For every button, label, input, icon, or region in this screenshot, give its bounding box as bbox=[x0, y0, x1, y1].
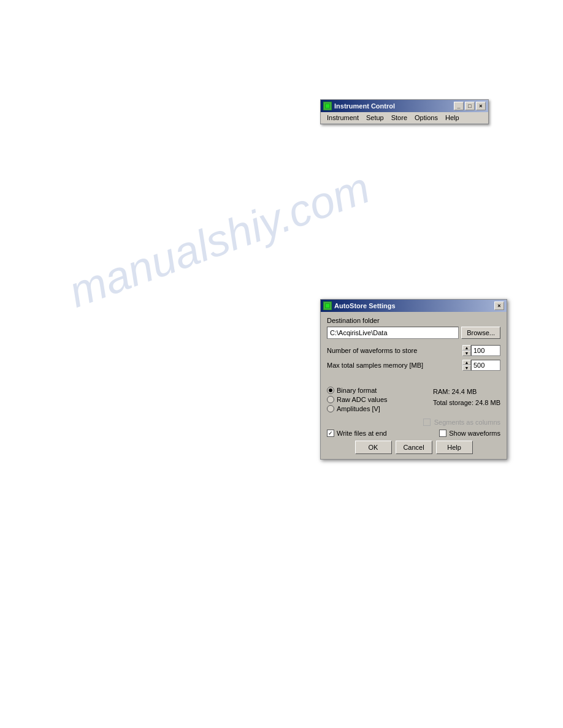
menu-help[interactable]: Help bbox=[442, 113, 463, 122]
write-files-row: Write files at end bbox=[327, 430, 387, 437]
waveforms-input[interactable] bbox=[471, 345, 500, 356]
waveforms-row: Number of waveforms to store ▲ ▼ bbox=[327, 345, 500, 356]
autostore-body: Destination folder Browse... Number of w… bbox=[321, 312, 507, 459]
storage-label: Total storage: 24.8 MB bbox=[433, 398, 500, 409]
destination-path-input[interactable] bbox=[327, 327, 459, 339]
ram-label: RAM: 24.4 MB bbox=[433, 387, 500, 398]
waveforms-spin-up[interactable]: ▲ bbox=[462, 345, 471, 351]
watermark: manualshiy.com bbox=[63, 162, 377, 317]
maximize-button[interactable]: □ bbox=[465, 102, 475, 110]
instrument-app-icon bbox=[323, 102, 332, 110]
memory-info: RAM: 24.4 MB Total storage: 24.8 MB bbox=[433, 387, 500, 408]
help-button[interactable]: Help bbox=[436, 441, 473, 454]
titlebar-buttons: _ □ × bbox=[454, 102, 486, 110]
show-waveforms-row: Show waveforms bbox=[439, 430, 500, 437]
max-memory-row: Max total samples memory [MB] ▲ ▼ bbox=[327, 360, 500, 371]
instrument-control-window: Instrument Control _ □ × Instrument Setu… bbox=[320, 99, 489, 124]
format-group: Binary format Raw ADC values Amplitudes … bbox=[327, 387, 388, 412]
menu-instrument[interactable]: Instrument bbox=[323, 113, 362, 122]
autostore-titlebar-left: AutoStore Settings bbox=[323, 301, 396, 310]
binary-format-label: Binary format bbox=[337, 387, 377, 394]
button-row: OK Cancel Help bbox=[327, 441, 500, 454]
minimize-button[interactable]: _ bbox=[454, 102, 464, 110]
raw-adc-radio[interactable] bbox=[327, 396, 334, 403]
instrument-control-menubar: Instrument Setup Store Options Help bbox=[321, 112, 488, 124]
destination-path-row: Browse... bbox=[327, 327, 500, 339]
destination-folder-label: Destination folder bbox=[327, 317, 500, 324]
instrument-control-title: Instrument Control bbox=[334, 102, 395, 110]
write-files-label: Write files at end bbox=[337, 430, 387, 437]
browse-button[interactable]: Browse... bbox=[461, 327, 500, 339]
amplitudes-label: Amplitudes [V] bbox=[337, 405, 380, 412]
show-waveforms-label: Show waveforms bbox=[449, 430, 500, 437]
autostore-app-icon bbox=[323, 301, 332, 310]
autostore-close-button[interactable]: × bbox=[494, 301, 504, 310]
format-memory-block: Binary format Raw ADC values Amplitudes … bbox=[327, 387, 500, 412]
segments-as-columns-checkbox bbox=[423, 419, 431, 426]
autostore-settings-window: AutoStore Settings × Destination folder … bbox=[320, 299, 507, 460]
binary-format-radio[interactable] bbox=[327, 387, 334, 394]
max-memory-spin-down[interactable]: ▼ bbox=[462, 365, 471, 371]
waveforms-label: Number of waveforms to store bbox=[327, 347, 460, 354]
max-memory-spin-up[interactable]: ▲ bbox=[462, 360, 471, 365]
max-memory-spinner: ▲ ▼ bbox=[462, 360, 500, 371]
titlebar-left: Instrument Control bbox=[323, 102, 395, 110]
waveforms-spin-arrows: ▲ ▼ bbox=[462, 345, 471, 356]
waveforms-spin-down[interactable]: ▼ bbox=[462, 351, 471, 356]
menu-options[interactable]: Options bbox=[411, 113, 442, 122]
instrument-control-titlebar: Instrument Control _ □ × bbox=[321, 100, 488, 112]
waveforms-spinner: ▲ ▼ bbox=[462, 345, 500, 356]
amplitudes-radio[interactable] bbox=[327, 405, 334, 412]
ok-button[interactable]: OK bbox=[355, 441, 392, 454]
autostore-titlebar: AutoStore Settings × bbox=[321, 300, 507, 312]
raw-adc-label: Raw ADC values bbox=[337, 396, 388, 403]
binary-format-row: Binary format bbox=[327, 387, 388, 394]
segments-row: Segments as columns bbox=[327, 419, 500, 426]
write-files-checkbox[interactable] bbox=[327, 430, 334, 437]
menu-store[interactable]: Store bbox=[388, 113, 411, 122]
show-waveforms-checkbox[interactable] bbox=[439, 430, 446, 437]
amplitudes-row: Amplitudes [V] bbox=[327, 405, 388, 412]
segments-as-columns-label: Segments as columns bbox=[434, 419, 500, 426]
close-button[interactable]: × bbox=[476, 102, 486, 110]
cancel-button[interactable]: Cancel bbox=[396, 441, 432, 454]
bottom-checkboxes-row: Write files at end Show waveforms bbox=[327, 430, 500, 437]
raw-adc-row: Raw ADC values bbox=[327, 396, 388, 403]
max-memory-spin-arrows: ▲ ▼ bbox=[462, 360, 471, 371]
autostore-title: AutoStore Settings bbox=[334, 302, 396, 309]
max-memory-input[interactable] bbox=[471, 360, 500, 371]
menu-setup[interactable]: Setup bbox=[362, 113, 388, 122]
max-memory-label: Max total samples memory [MB] bbox=[327, 362, 460, 369]
